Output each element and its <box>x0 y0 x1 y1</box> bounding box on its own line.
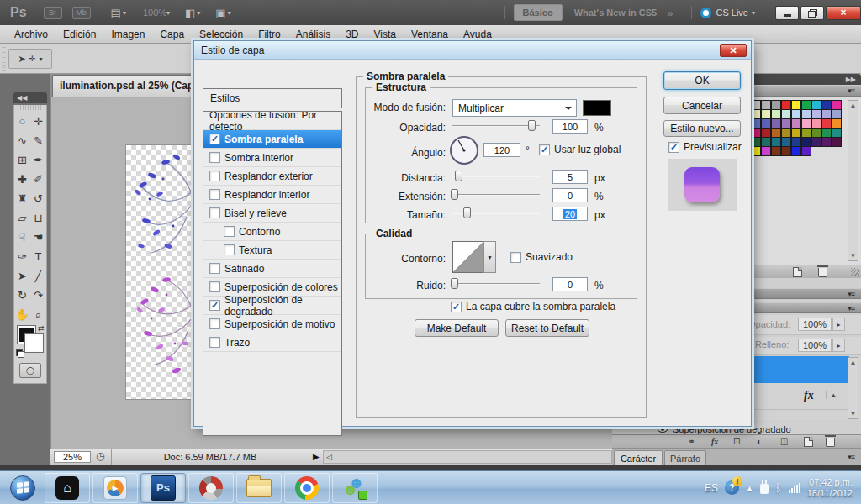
styles-box[interactable]: Estilos <box>203 88 342 108</box>
knockout-checkbox[interactable] <box>451 302 462 312</box>
chevron-down-icon[interactable]: ▾ <box>228 9 231 17</box>
cancel-button[interactable]: Cancelar <box>663 97 741 114</box>
dialog-close-button[interactable]: ✕ <box>720 44 747 57</box>
tools-collapse-button[interactable]: ◀◀ <box>13 92 47 103</box>
adjustment-layer-icon[interactable]: ◐ <box>757 437 762 446</box>
elliptical-marquee-tool[interactable]: ○ <box>14 112 30 131</box>
chevron-down-icon[interactable]: ▾ <box>166 9 170 17</box>
arrange-documents-icon[interactable]: ◧ <box>185 7 195 19</box>
swatch[interactable] <box>771 146 781 156</box>
status-zoom-input[interactable]: 25% <box>54 451 91 463</box>
scroll-up-icon[interactable]: ▲ <box>848 102 858 109</box>
dialog-titlebar[interactable]: Estilo de capa <box>194 41 751 60</box>
eyedropper-tool[interactable]: ✒ <box>30 150 46 170</box>
scroll-down-icon[interactable]: ▼ <box>848 252 858 260</box>
delete-swatch-icon[interactable] <box>818 268 827 277</box>
new-style-button[interactable]: Estilo nuevo... <box>663 120 741 137</box>
new-swatch-icon[interactable] <box>793 267 802 277</box>
tray-clock[interactable]: 07:42 p.m. 18/11/2012 <box>807 477 853 499</box>
swatch[interactable] <box>811 137 821 147</box>
bridge-button[interactable]: Br <box>44 7 62 19</box>
taskbar-messenger[interactable]: ☻ ☻ <box>332 473 378 503</box>
quick-selection-tool[interactable]: ✎ <box>30 131 46 150</box>
opacity-slider[interactable] <box>452 118 540 132</box>
swatch[interactable] <box>821 137 832 147</box>
new-layer-icon[interactable] <box>804 437 813 447</box>
slider-thumb[interactable] <box>455 171 462 181</box>
slider-thumb[interactable] <box>451 278 458 289</box>
panel-menu-icon[interactable]: ▾≡ <box>848 290 854 298</box>
workspace-overflow-chevrons[interactable]: » <box>667 7 673 19</box>
language-indicator[interactable]: ES <box>705 482 718 494</box>
taskbar-photoshop[interactable]: Ps <box>140 473 186 503</box>
style-item[interactable]: Superposición de motivo <box>203 315 341 333</box>
rotate-3d-tool[interactable]: ↻ <box>14 286 30 305</box>
style-item[interactable]: Satinado <box>203 260 341 278</box>
path-selection-tool[interactable]: ➤ <box>14 266 30 286</box>
whats-new-link[interactable]: What's New in CS5 <box>574 8 658 18</box>
blend-mode-select[interactable]: Multiplicar <box>452 99 577 117</box>
spot-healing-brush-tool[interactable]: ✚ <box>14 170 30 189</box>
view-extras-icon[interactable]: ▤ <box>111 7 121 19</box>
chevron-down-icon[interactable]: ▾ <box>197 9 200 17</box>
checkbox-icon[interactable] <box>209 300 220 311</box>
panel-resize-grip[interactable] <box>851 268 859 276</box>
spread-input[interactable]: 0 <box>552 188 588 202</box>
tab-paragraph[interactable]: Párrafo <box>664 450 706 465</box>
document-size-readout[interactable]: Doc: 6.59 MB/17.7 MB <box>111 449 309 465</box>
orbit-3d-tool[interactable]: ↷ <box>30 286 46 305</box>
checkbox-icon[interactable] <box>209 263 220 274</box>
network-signal-icon[interactable] <box>789 483 800 493</box>
ok-button[interactable]: OK <box>663 71 741 90</box>
history-brush-tool[interactable]: ↺ <box>30 189 46 208</box>
zoom-tool[interactable]: ⌕ <box>30 305 46 324</box>
tab-character[interactable]: Carácter <box>614 450 663 465</box>
spread-slider[interactable] <box>452 187 540 201</box>
eraser-tool[interactable]: ▱ <box>14 208 30 228</box>
menu-capa[interactable]: Capa <box>152 25 192 44</box>
angle-input[interactable]: 120 <box>483 143 520 157</box>
action-center-icon[interactable]: ?! <box>725 480 739 495</box>
background-color-chip[interactable] <box>25 334 43 352</box>
checkbox-icon[interactable] <box>209 318 220 329</box>
reset-default-button[interactable]: Reset to Default <box>505 319 589 337</box>
panel-menu-icon[interactable]: ▾≡ <box>848 304 854 312</box>
taskbar-media-player[interactable]: ▶ <box>92 473 138 503</box>
pen-tool[interactable]: ✑ <box>14 247 30 266</box>
crop-tool[interactable]: ⊞ <box>14 150 30 170</box>
lasso-tool[interactable]: ∿ <box>14 131 30 150</box>
checkbox-icon[interactable] <box>209 189 220 200</box>
screen-mode-icon[interactable]: ▣ <box>215 7 225 19</box>
move-tool[interactable]: ✛ <box>30 112 46 131</box>
shadow-color-swatch[interactable] <box>583 100 611 116</box>
fill-spinner[interactable]: ▸ <box>832 339 845 352</box>
opacity-spinner[interactable]: ▸ <box>832 318 845 331</box>
angle-dial[interactable] <box>449 135 479 165</box>
horizontal-scrollbar[interactable]: ◁ <box>323 450 612 464</box>
current-tool-preset[interactable]: ➤ ✛ ▾ <box>8 49 52 69</box>
panel-menu-icon[interactable]: ▾≡ <box>848 453 854 461</box>
contour-dropdown-icon[interactable]: ▾ <box>483 241 496 273</box>
add-layer-style-icon[interactable]: fx <box>711 437 718 446</box>
distance-slider[interactable] <box>452 169 540 182</box>
brush-tool[interactable]: ✐ <box>30 170 46 189</box>
add-layer-mask-icon[interactable]: ⊡ <box>733 437 740 446</box>
chevron-down-icon[interactable]: ▾ <box>123 9 126 17</box>
restore-button[interactable] <box>800 6 824 20</box>
swatch[interactable] <box>781 146 791 156</box>
swatch[interactable] <box>751 146 761 156</box>
swatch[interactable] <box>761 146 771 156</box>
smudge-tool[interactable]: ☟ <box>14 228 30 247</box>
power-plug-icon[interactable] <box>760 484 769 494</box>
close-button[interactable]: × <box>826 6 861 20</box>
cs-live-menu[interactable]: CS Live ▾ <box>700 8 760 18</box>
checkbox-icon[interactable] <box>209 207 220 218</box>
paint-bucket-tool[interactable]: ⊔ <box>30 208 46 228</box>
layers-scrollbar[interactable]: ▲ ▼ <box>848 357 858 419</box>
show-hidden-icons-button[interactable]: ▲ <box>746 484 753 492</box>
checkbox-icon[interactable] <box>209 152 220 163</box>
default-colors-icon[interactable] <box>16 349 24 358</box>
new-group-icon[interactable]: ◫ <box>780 437 788 446</box>
minimize-button[interactable] <box>775 6 799 20</box>
visibility-eye-icon[interactable] <box>658 426 668 433</box>
